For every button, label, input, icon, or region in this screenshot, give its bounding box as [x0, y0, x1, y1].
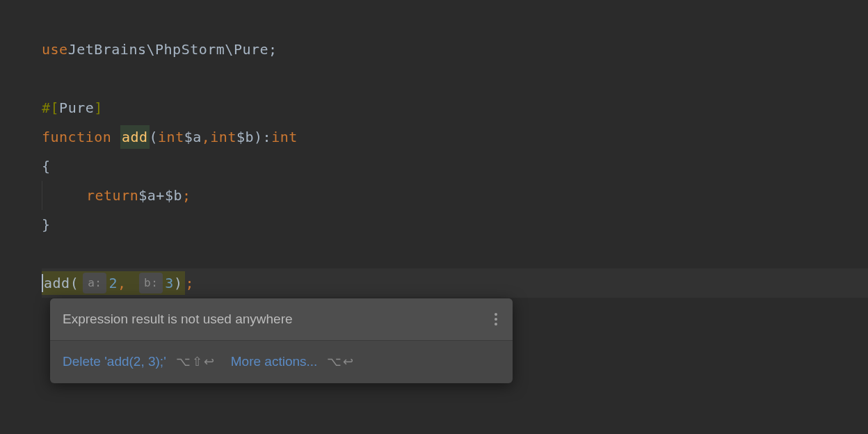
- paren-close: ): [254, 125, 263, 149]
- paren-open: (: [150, 125, 159, 149]
- return-type: int: [271, 125, 298, 149]
- arg-2: 3: [165, 271, 174, 295]
- code-editor[interactable]: use JetBrains\PhpStorm\Pure; #[Pure] fun…: [0, 0, 868, 298]
- var-a: $a: [138, 184, 156, 207]
- semicolon: ;: [185, 271, 194, 295]
- more-actions-shortcut: ⌥↩: [327, 351, 355, 373]
- paren-close: ): [174, 271, 183, 295]
- inspection-popup: Expression result is not used anywhere D…: [50, 298, 513, 383]
- attribute-open: #[: [42, 96, 59, 120]
- semicolon: ;: [268, 38, 278, 61]
- code-line-current[interactable]: add(a:2, b:3) ;: [42, 268, 868, 298]
- call-expression-highlight: add(a:2, b:3): [42, 271, 185, 295]
- indent-guide: [42, 181, 86, 210]
- inspection-message: Expression result is not used anywhere: [63, 308, 293, 330]
- code-line[interactable]: }: [42, 210, 868, 239]
- text-caret: [42, 274, 43, 292]
- comma: ,: [202, 125, 211, 149]
- brace-open: {: [42, 154, 51, 178]
- code-line[interactable]: {: [42, 152, 868, 181]
- quickfix-shortcut: ⌥⇧↩: [176, 351, 216, 373]
- operator-plus: +: [156, 184, 165, 207]
- keyword-use: use: [42, 38, 68, 61]
- param-a: $a: [184, 125, 202, 149]
- param-hint-a: a:: [83, 273, 106, 293]
- arg-1: 2: [108, 271, 118, 295]
- brace-close: }: [42, 213, 51, 236]
- inspection-header: Expression result is not used anywhere: [50, 298, 513, 341]
- function-name: add: [120, 125, 150, 149]
- colon: :: [263, 125, 272, 149]
- blank-line[interactable]: [42, 239, 868, 268]
- code-line[interactable]: return $a + $b;: [42, 181, 868, 210]
- attribute-close: ]: [94, 96, 103, 120]
- call-name: add: [44, 271, 70, 295]
- type-int: int: [210, 125, 236, 149]
- quickfix-delete-link[interactable]: Delete 'add(2, 3);': [63, 351, 166, 373]
- more-actions-link[interactable]: More actions...: [231, 351, 318, 373]
- var-b: $b: [165, 184, 182, 207]
- param-hint-b: b:: [139, 273, 163, 293]
- type-int: int: [158, 125, 184, 149]
- comma: ,: [118, 271, 127, 295]
- code-line[interactable]: #[Pure]: [42, 93, 868, 122]
- namespace-path: JetBrains\PhpStorm\Pure: [68, 38, 268, 61]
- keyword-function: function: [42, 125, 111, 149]
- attribute-name: Pure: [59, 96, 94, 120]
- keyword-return: return: [86, 184, 138, 207]
- inspection-actions-row: Delete 'add(2, 3);' ⌥⇧↩ More actions... …: [50, 341, 513, 383]
- semicolon: ;: [182, 184, 191, 207]
- code-line[interactable]: function add(int $a, int $b): int: [42, 122, 868, 152]
- param-b: $b: [236, 125, 254, 149]
- more-options-icon[interactable]: [492, 310, 500, 328]
- code-line[interactable]: use JetBrains\PhpStorm\Pure;: [42, 35, 868, 64]
- paren-open: (: [70, 271, 79, 295]
- blank-line[interactable]: [42, 64, 868, 93]
